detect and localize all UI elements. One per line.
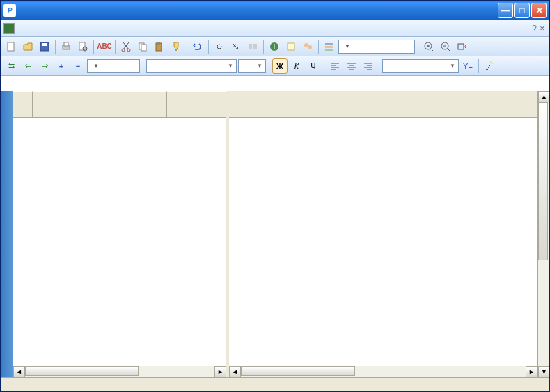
autofilter-button[interactable]: Y= bbox=[460, 58, 476, 74]
info-button[interactable]: i bbox=[267, 39, 282, 54]
statusbar bbox=[1, 377, 549, 391]
vscroll[interactable]: ▲▼ bbox=[537, 91, 549, 377]
save-button[interactable] bbox=[37, 39, 52, 54]
show-combo[interactable]: ▼ bbox=[87, 59, 140, 73]
indent-right-button[interactable]: ⇒ bbox=[37, 58, 52, 74]
split-button[interactable] bbox=[245, 39, 260, 54]
menu-format[interactable] bbox=[63, 27, 74, 30]
assign-button[interactable] bbox=[300, 39, 315, 54]
svg-rect-21 bbox=[325, 46, 333, 48]
project-icon[interactable] bbox=[3, 23, 15, 34]
menu-view[interactable] bbox=[41, 27, 52, 30]
fontsize-combo[interactable]: ▼ bbox=[238, 59, 266, 73]
spell-button[interactable]: ABC bbox=[97, 39, 112, 54]
group-button[interactable] bbox=[322, 39, 337, 54]
align-left-button[interactable] bbox=[327, 58, 343, 74]
menu-help[interactable] bbox=[119, 27, 130, 30]
font-combo[interactable]: ▼ bbox=[146, 59, 237, 73]
notes-button[interactable] bbox=[283, 39, 299, 54]
menu-service[interactable] bbox=[74, 27, 86, 30]
undo-button[interactable] bbox=[190, 39, 205, 54]
italic-button[interactable]: К bbox=[289, 58, 304, 74]
gantt-chart: ◄► ▲▼ bbox=[229, 91, 549, 377]
new-button[interactable] bbox=[3, 39, 19, 54]
svg-point-19 bbox=[308, 45, 312, 49]
print-button[interactable] bbox=[58, 39, 74, 54]
entry-bar bbox=[1, 76, 549, 91]
menu-close-icon[interactable]: ✕ bbox=[538, 24, 547, 33]
goto-task-button[interactable] bbox=[455, 39, 470, 54]
minus-button[interactable]: − bbox=[70, 58, 86, 74]
unlink-button[interactable] bbox=[228, 39, 244, 54]
align-center-button[interactable] bbox=[344, 58, 359, 74]
plus-button[interactable]: + bbox=[54, 58, 69, 74]
svg-rect-13 bbox=[249, 44, 252, 49]
menu-collab[interactable] bbox=[97, 27, 108, 30]
filter-combo[interactable]: ▼ bbox=[382, 59, 459, 73]
zoom-in-button[interactable] bbox=[421, 39, 437, 54]
svg-rect-2 bbox=[42, 43, 47, 46]
svg-point-18 bbox=[304, 43, 308, 47]
svg-rect-17 bbox=[288, 43, 294, 50]
menu-insert[interactable] bbox=[52, 27, 63, 30]
print-preview-button[interactable] bbox=[75, 39, 91, 54]
menu-file[interactable] bbox=[19, 27, 30, 30]
menu-window[interactable] bbox=[108, 27, 119, 30]
svg-rect-25 bbox=[458, 44, 464, 49]
menubar: ? ✕ bbox=[1, 20, 549, 37]
menu-edit[interactable] bbox=[30, 27, 41, 30]
svg-rect-12 bbox=[157, 42, 160, 45]
row-header-corner[interactable] bbox=[13, 91, 33, 117]
app-window: P — □ ✕ ? ✕ ABC bbox=[0, 0, 550, 392]
svg-rect-22 bbox=[325, 49, 333, 51]
standard-toolbar: ABC i ▼ bbox=[1, 37, 549, 56]
svg-rect-20 bbox=[325, 43, 333, 45]
help-question-icon[interactable]: ? bbox=[532, 24, 537, 33]
maximize-button[interactable]: □ bbox=[514, 3, 530, 18]
open-button[interactable] bbox=[20, 39, 36, 54]
paste-button[interactable] bbox=[152, 39, 167, 54]
titlebar: P — □ ✕ bbox=[1, 1, 549, 20]
minimize-button[interactable]: — bbox=[498, 3, 513, 18]
close-button[interactable]: ✕ bbox=[531, 3, 547, 18]
bold-button[interactable]: Ж bbox=[272, 58, 288, 74]
format-painter-button[interactable] bbox=[168, 39, 184, 54]
svg-rect-0 bbox=[8, 42, 14, 51]
copy-button[interactable] bbox=[135, 39, 150, 54]
svg-rect-14 bbox=[253, 44, 257, 49]
svg-point-26 bbox=[492, 63, 493, 64]
zoom-out-button[interactable] bbox=[438, 39, 453, 54]
app-icon: P bbox=[3, 4, 16, 17]
link-button[interactable] bbox=[212, 39, 227, 54]
cut-button[interactable] bbox=[118, 39, 134, 54]
underline-button[interactable]: Ч bbox=[306, 58, 321, 74]
svg-rect-4 bbox=[64, 42, 68, 46]
task-table: ◄► bbox=[13, 91, 229, 377]
grouping-combo[interactable]: ▼ bbox=[338, 40, 415, 54]
svg-rect-10 bbox=[141, 45, 146, 51]
view-bar[interactable] bbox=[1, 91, 13, 377]
wizard-button[interactable] bbox=[482, 58, 497, 74]
column-header-duration[interactable] bbox=[167, 91, 226, 117]
align-right-button[interactable] bbox=[361, 58, 376, 74]
svg-text:i: i bbox=[274, 42, 275, 51]
formatting-toolbar: ⇆ ⇐ ⇒ + − ▼ ▼ ▼ Ж К Ч ▼ Y= bbox=[1, 56, 549, 76]
svg-point-27 bbox=[490, 61, 492, 63]
gantt-hscroll[interactable]: ◄► bbox=[229, 366, 537, 377]
outdent-arrows-button[interactable]: ⇆ bbox=[3, 58, 19, 74]
menu-project[interactable] bbox=[86, 27, 97, 30]
table-hscroll[interactable]: ◄► bbox=[13, 366, 226, 377]
svg-rect-5 bbox=[79, 42, 85, 50]
indent-left-button[interactable]: ⇐ bbox=[20, 58, 36, 74]
column-header-name[interactable] bbox=[33, 91, 167, 117]
